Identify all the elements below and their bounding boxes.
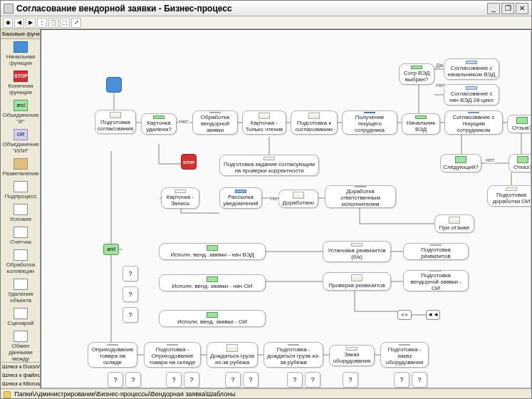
toolbar-button-1[interactable]: ◀: [14, 18, 24, 28]
close-button[interactable]: ✕: [516, 3, 528, 14]
sidebar-item-4[interactable]: Разветвление: [1, 156, 40, 179]
toolbar-button-0[interactable]: ◉: [3, 18, 13, 28]
process-node-n14[interactable]: Рассылка уведомлений: [219, 187, 262, 209]
sidebar-item-6[interactable]: Условие: [1, 202, 40, 224]
sidebar-item-5[interactable]: Подпроцесс: [1, 179, 40, 202]
node-icon: [207, 245, 218, 251]
maximize-button[interactable]: ❐: [501, 3, 514, 14]
node-icon: [346, 347, 358, 351]
sub-node-11[interactable]: ?: [343, 372, 358, 388]
process-node-n1[interactable]: Карточка удалена?: [141, 113, 177, 135]
sidebar-item-10[interactable]: Сценарий: [1, 306, 40, 328]
sidebar-link-1[interactable]: Шлюз к файлов...: [1, 371, 40, 380]
process-node-n9[interactable]: Сотр ВЭД выбран?: [399, 63, 434, 85]
node-label: Заказ оборудования: [332, 351, 372, 364]
deco-arr-3[interactable]: <>: [397, 310, 412, 320]
sidebar-item-1[interactable]: STOPКонечная функция: [1, 68, 40, 98]
sub-node-2[interactable]: ?: [122, 307, 138, 323]
node-icon: [293, 192, 304, 199]
node-label: Исполн. венд. заявки - нач ОИ: [172, 283, 253, 289]
sidebar-item-0[interactable]: Начальная функция: [1, 39, 40, 68]
process-node-n6[interactable]: Начальник ВЭД: [402, 113, 440, 135]
sidebar-link-0[interactable]: Шлюз к DocsV...: [1, 363, 40, 371]
node-icon: [466, 61, 477, 64]
process-node-n29[interactable]: Подготовка - Оприходование товара на скл…: [144, 342, 201, 368]
minimize-button[interactable]: _: [487, 3, 500, 14]
process-node-n27[interactable]: Подготовка вендорной заявки - ОИ: [403, 270, 469, 291]
toolbar-button-6[interactable]: ⤢: [71, 18, 81, 28]
process-node-n4[interactable]: Подготовка к согласованию: [291, 110, 338, 135]
process-node-n31[interactable]: Подготовка - дождаться груза из-за рубеж…: [264, 342, 323, 368]
palette-icon: [14, 158, 28, 170]
toolbar-button-3[interactable]: ⋮: [37, 18, 47, 28]
process-node-n5[interactable]: Получение текущего сотрудника: [342, 110, 397, 135]
deco-arr-4[interactable]: ◄◄: [426, 310, 440, 320]
process-node-n26[interactable]: Проверка реквизитов: [323, 272, 391, 291]
process-node-n22[interactable]: Исполн. венд. заявки - нач ОИ: [159, 274, 266, 291]
sub-node-5[interactable]: ?: [166, 372, 182, 388]
process-node-n25[interactable]: Подготовка реквизитов: [403, 243, 469, 260]
process-node-n8[interactable]: Отзыв?: [507, 115, 531, 133]
process-node-n15[interactable]: Доработано: [278, 190, 318, 208]
process-node-n10[interactable]: Согласование с начальником ВЭД: [444, 58, 499, 80]
toolbar-button-5[interactable]: ⬚: [60, 18, 70, 28]
sidebar: Базовые функ... Начальная функцияSTOPКон…: [1, 29, 41, 388]
process-node-n18[interactable]: Отказ?: [508, 154, 531, 172]
sub-node-3[interactable]: ?: [108, 372, 123, 388]
node-icon: [153, 115, 165, 119]
sidebar-header[interactable]: Базовые функ...: [1, 29, 40, 39]
node-label: Сотр ВЭД выбран?: [402, 70, 432, 83]
sidebar-item-label: Конечная функция: [1, 83, 40, 95]
node-label: Отказ?: [513, 164, 531, 170]
deco-and-2[interactable]: and: [103, 244, 119, 255]
sub-node-4[interactable]: ?: [125, 372, 141, 388]
process-node-n7[interactable]: Согласование с текущим сотрудником: [444, 110, 503, 135]
process-node-n12[interactable]: Подготовка задания согласующим на провер…: [219, 155, 319, 176]
process-node-n19[interactable]: Подготовка доработки ОИ: [487, 185, 531, 207]
process-node-n17[interactable]: Следующий?: [440, 154, 481, 172]
sub-node-10[interactable]: ?: [305, 372, 320, 388]
sub-node-1[interactable]: ?: [122, 286, 138, 302]
edge-label-4: нет: [485, 157, 495, 163]
sidebar-item-11[interactable]: Обмен данными между переменны...: [1, 328, 40, 362]
sub-node-12[interactable]: ?: [394, 372, 410, 388]
process-node-n32[interactable]: Заказ оборудования: [329, 345, 375, 366]
node-label: Подготовка реквизитов: [406, 247, 466, 259]
toolbar-button-2[interactable]: ▶: [26, 18, 36, 28]
sidebar-item-label: Сценарий: [1, 320, 40, 326]
sidebar-item-2[interactable]: andОбъединение "И": [1, 98, 40, 127]
process-node-n16[interactable]: Доработка ответственным исполнителем: [325, 185, 396, 208]
process-canvas[interactable]: Подготовка согласованияКарточка удалена?…: [41, 29, 531, 388]
deco-start-0[interactable]: [106, 77, 122, 93]
process-node-n20[interactable]: При отзыве: [434, 214, 474, 233]
sidebar-link-2[interactable]: Шлюз к Microso...: [1, 380, 40, 388]
deco-stop-1[interactable]: STOP: [181, 154, 197, 170]
titlebar[interactable]: Согласование вендорной заявки - Бизнес-п…: [1, 1, 531, 16]
process-node-n30[interactable]: Дождаться груза из-за рубежа: [207, 342, 258, 368]
sidebar-item-7[interactable]: Счетчик: [1, 224, 40, 247]
process-node-n28[interactable]: Оприходование товара на складе: [88, 342, 137, 368]
node-icon: [351, 274, 363, 281]
sub-node-0[interactable]: ?: [122, 266, 138, 281]
process-node-n2[interactable]: Обработка вендорной заявки: [192, 110, 238, 135]
sidebar-item-label: Условие: [1, 216, 40, 222]
process-node-n13[interactable]: Карточка - Запись: [161, 187, 199, 209]
sidebar-item-8[interactable]: Обработка коллекции: [1, 247, 40, 276]
sub-node-7[interactable]: ?: [225, 372, 241, 388]
sub-node-8[interactable]: ?: [243, 372, 259, 388]
process-node-n21[interactable]: Исполн. венд. заявки - нач ВЭД: [159, 243, 266, 260]
sub-node-9[interactable]: ?: [287, 372, 303, 388]
process-node-n23[interactable]: Исполн. венд. заявки - ОИ: [159, 310, 266, 327]
sub-node-6[interactable]: ?: [184, 372, 199, 388]
node-label: Отзыв?: [512, 125, 531, 131]
process-node-n24[interactable]: Установка реквизитов (б/к): [323, 241, 391, 262]
toolbar-button-4[interactable]: 📋: [48, 18, 58, 28]
sidebar-item-3[interactable]: ORОбъединение "ИЛИ": [1, 127, 40, 156]
process-node-n0[interactable]: Подготовка согласования: [95, 110, 136, 134]
process-node-n33[interactable]: Подготовка - заказ оборудования: [380, 342, 429, 368]
process-node-n3[interactable]: Карточка - Только чтение: [242, 110, 286, 135]
sub-node-13[interactable]: ?: [412, 372, 427, 388]
sidebar-item-9[interactable]: Удаление объекта: [1, 276, 40, 306]
process-node-n11[interactable]: Согласование с нач ВЭД 2й цикл: [444, 84, 499, 105]
sidebar-item-label: Обмен данными между переменны...: [1, 343, 40, 362]
